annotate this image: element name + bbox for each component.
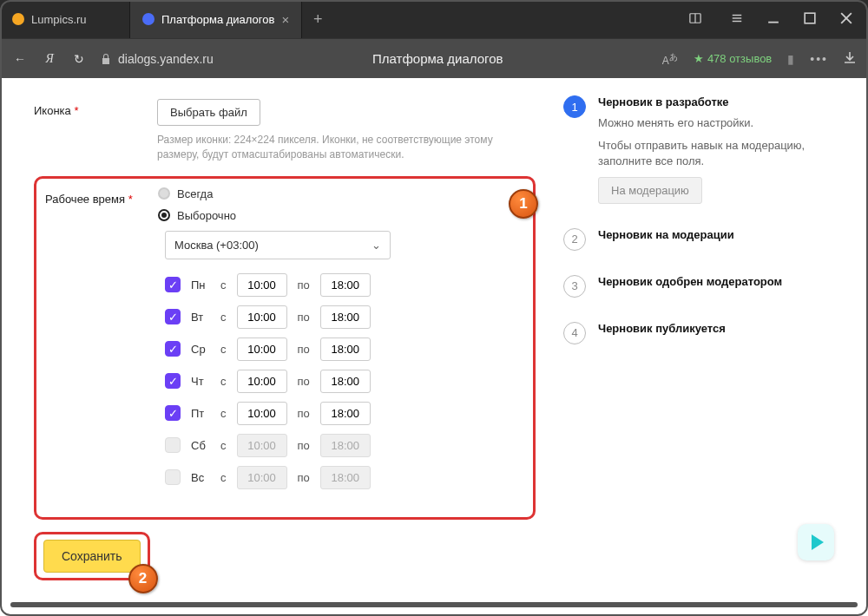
time-to-input[interactable] [320, 370, 371, 393]
radio-always[interactable]: Всегда [158, 187, 524, 200]
rating-badge[interactable]: ★478 отзывов [694, 52, 772, 65]
tab-title: Lumpics.ru [31, 13, 87, 26]
time-from-input [237, 466, 287, 489]
page-title: Платформа диалогов [227, 51, 648, 66]
day-checkbox[interactable]: ✓ [165, 341, 181, 357]
to-label: по [298, 311, 310, 324]
step-number: 3 [563, 275, 586, 298]
url-text: dialogs.yandex.ru [118, 52, 214, 66]
time-to-input[interactable] [320, 273, 371, 297]
step-desc: Чтобы отправить навык на модерацию, запо… [598, 138, 836, 169]
step-1: 1 Черновик в разработке Можно менять его… [563, 95, 836, 204]
radio-label-custom: Выборочно [177, 209, 236, 222]
day-row-Вс: Вс с по [165, 466, 524, 489]
day-name: Ср [191, 343, 210, 356]
day-row-Пт: ✓ Пт с по [165, 402, 524, 425]
day-checkbox[interactable]: ✓ [165, 277, 181, 292]
step-2: 2 Черновик на модерации [563, 228, 836, 251]
time-to-input[interactable] [320, 337, 371, 361]
to-label: по [298, 439, 310, 452]
yandex-icon[interactable]: Я [42, 52, 57, 66]
url-display[interactable]: dialogs.yandex.ru [101, 52, 214, 66]
hours-label: Рабочее время [45, 193, 125, 206]
time-from-input[interactable] [237, 402, 287, 425]
timezone-value: Москва (+03:00) [174, 239, 259, 252]
day-row-Ср: ✓ Ср с по [165, 337, 524, 361]
day-checkbox[interactable]: ✓ [165, 373, 181, 389]
reload-icon[interactable]: ↻ [71, 52, 87, 66]
menu-icon[interactable] [731, 12, 743, 27]
annotation-badge-2: 2 [128, 564, 158, 593]
step-title: Черновик на модерации [598, 228, 734, 241]
minimize-icon[interactable] [767, 12, 779, 27]
moderation-button[interactable]: На модерацию [598, 177, 702, 204]
time-from-input[interactable] [237, 370, 287, 393]
close-window-icon[interactable] [840, 12, 852, 27]
tab-title: Платформа диалогов [161, 13, 274, 26]
day-checkbox[interactable]: ✓ [165, 309, 181, 324]
time-from-input [237, 434, 287, 457]
time-to-input [320, 434, 371, 457]
new-tab-button[interactable]: + [302, 10, 333, 29]
from-label: с [220, 343, 227, 356]
radio-custom[interactable]: Выборочно [158, 209, 524, 222]
from-label: с [220, 439, 227, 452]
day-row-Чт: ✓ Чт с по [165, 370, 524, 393]
download-icon[interactable] [844, 51, 856, 66]
icon-hint: Размер иконки: 224×224 пикселя. Иконки, … [157, 133, 522, 162]
from-label: с [220, 279, 227, 292]
from-label: с [220, 311, 227, 324]
titlebar: Lumpics.ru Платформа диалогов × + [0, 0, 868, 38]
time-to-input[interactable] [320, 305, 371, 329]
time-from-input[interactable] [237, 337, 287, 361]
to-label: по [298, 343, 310, 356]
day-checkbox[interactable] [165, 469, 181, 485]
close-tab-icon[interactable]: × [281, 12, 289, 27]
time-from-input[interactable] [237, 273, 287, 297]
icon-label: Иконка [34, 104, 71, 117]
day-checkbox[interactable] [165, 437, 181, 453]
step-desc: Можно менять его настройки. [598, 115, 836, 131]
step-title: Черновик публикуется [598, 322, 726, 335]
day-checkbox[interactable]: ✓ [165, 405, 181, 421]
favicon-lumpics [12, 13, 24, 25]
from-label: с [220, 375, 227, 388]
time-to-input[interactable] [320, 402, 371, 425]
day-name: Пт [191, 407, 210, 420]
svg-rect-6 [805, 13, 815, 23]
from-label: с [220, 407, 227, 420]
translate-icon[interactable]: Aあ [662, 51, 678, 67]
radio-label-always: Всегда [177, 187, 213, 200]
day-name: Пн [191, 279, 210, 292]
timezone-select[interactable]: Москва (+03:00) ⌄ [165, 231, 391, 259]
save-button[interactable]: Сохранить [43, 540, 141, 573]
maximize-icon[interactable] [804, 12, 816, 27]
lock-icon [101, 53, 111, 65]
radio-icon [158, 209, 170, 221]
chat-widget-button[interactable] [798, 524, 834, 560]
day-row-Вт: ✓ Вт с по [165, 305, 524, 329]
step-title: Черновик в разработке [598, 95, 836, 108]
to-label: по [298, 375, 310, 388]
back-icon[interactable]: ← [12, 52, 28, 66]
working-hours-section: 1 Рабочее время * Всегда Выборочно Москв… [34, 176, 536, 520]
favicon-dialogs [142, 13, 155, 25]
time-from-input[interactable] [237, 305, 287, 329]
reader-mode-icon[interactable] [689, 12, 701, 27]
tab-lumpics[interactable]: Lumpics.ru [0, 0, 130, 38]
day-name: Сб [191, 439, 210, 452]
chevron-down-icon: ⌄ [372, 239, 381, 252]
time-to-input [320, 466, 371, 489]
day-name: Вт [191, 311, 210, 324]
more-icon[interactable]: ••• [810, 52, 828, 66]
required-mark: * [74, 104, 78, 117]
choose-file-button[interactable]: Выбрать файл [157, 99, 260, 126]
tab-dialogs[interactable]: Платформа диалогов × [130, 0, 302, 38]
day-name: Вс [191, 471, 210, 484]
day-row-Сб: Сб с по [165, 434, 524, 457]
to-label: по [298, 407, 310, 420]
annotation-badge-1: 1 [509, 189, 538, 219]
day-name: Чт [191, 375, 210, 388]
bookmark-icon[interactable]: ▮ [787, 52, 794, 66]
save-section: Сохранить 2 [34, 532, 150, 580]
